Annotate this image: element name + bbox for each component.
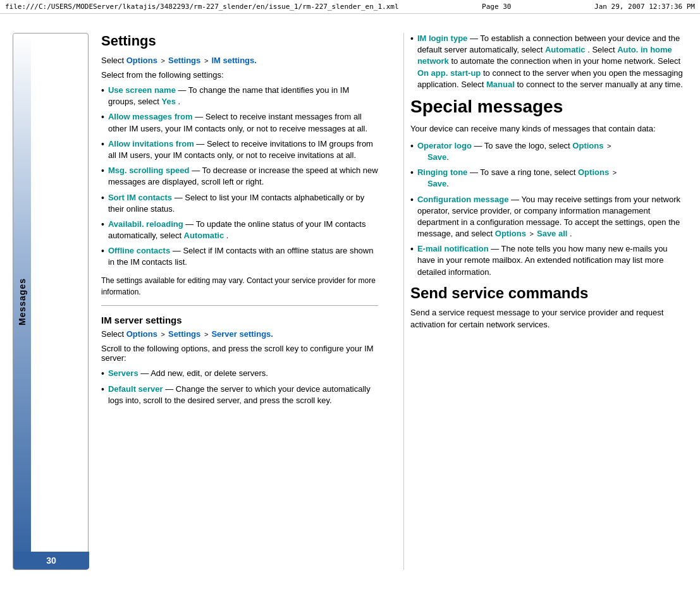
default-server-link: Default server: [108, 384, 163, 394]
availabil-reloading-link: Availabil. reloading: [108, 219, 183, 229]
options-link3: Options: [495, 229, 526, 238]
left-column: Settings Select Options > Settings > IM …: [101, 33, 384, 570]
list-item-offline-contacts: Offline contacts — Select if IM contacts…: [101, 245, 378, 268]
chevron3: >: [530, 230, 536, 238]
im-server-heading: IM server settings: [101, 315, 378, 325]
file-path: file:///C:/USERS/MODEServer/lkatajis/348…: [5, 3, 399, 11]
sidebar-text: Messages: [17, 278, 27, 325]
list-item-allow-invitations: Allow invitations from — Select to recei…: [101, 138, 378, 161]
use-screen-name-link: Use screen name: [108, 85, 176, 95]
list-item-im-login: IM login type — To establish a connectio…: [410, 33, 687, 90]
send-commands-text: Send a service request message to your s…: [410, 307, 687, 331]
automatic-link2: Automatic: [545, 45, 586, 54]
im-login-type-link: IM login type: [417, 33, 467, 43]
offline-contacts-link: Offline contacts: [108, 246, 170, 255]
save-all-link: Save all: [537, 229, 567, 238]
nav-prefix: Select: [101, 56, 126, 65]
server-nav-settings[interactable]: Settings: [168, 329, 200, 339]
page-number: 30: [46, 555, 56, 566]
content-area: Settings Select Options > Settings > IM …: [89, 33, 687, 570]
page-wrapper: Messages 30 Settings Select Options > Se…: [0, 14, 700, 583]
scrolling-speed-link: Msg. scrolling speed: [108, 166, 190, 175]
save-link1: Save.: [427, 152, 449, 162]
list-item-servers: Servers — Add new, edit, or delete serve…: [101, 368, 378, 380]
settings-heading: Settings: [101, 33, 378, 49]
sidebar-label: Messages: [13, 33, 31, 569]
special-bullet-list: Operator logo — To save the logo, select…: [410, 140, 687, 278]
nav-path-server: Select Options > Settings > Server setti…: [101, 329, 378, 339]
sort-im-contacts-link: Sort IM contacts: [108, 193, 172, 202]
nav-settings[interactable]: Settings: [168, 56, 200, 65]
list-item-default-server: Default server — Change the server to wh…: [101, 384, 378, 406]
server-intro: Scroll to the following options, and pre…: [101, 344, 378, 363]
intro-text: Select from the following settings:: [101, 70, 378, 80]
nav-options[interactable]: Options: [126, 56, 157, 65]
options-link2: Options: [578, 167, 609, 177]
allow-messages-link: Allow messages from: [108, 112, 193, 121]
special-intro: Your device can receive many kinds of me…: [410, 123, 687, 135]
list-item-email-notification: E-mail notification — The note tells you…: [410, 243, 687, 278]
timestamp: Jan 29, 2007 12:37:36 PM: [594, 3, 695, 11]
nav-path-settings: Select Options > Settings > IM settings.: [101, 56, 378, 65]
section-divider: [101, 305, 378, 306]
ringing-period: .: [446, 179, 449, 188]
top-bar: file:///C:/USERS/MODEServer/lkatajis/348…: [0, 0, 700, 14]
server-nav-options[interactable]: Options: [126, 329, 157, 339]
nav-arrow2: >: [204, 57, 210, 64]
chevron2: >: [613, 169, 617, 176]
allow-invitations-link: Allow invitations from: [108, 139, 194, 148]
list-item-scrolling-speed: Msg. scrolling speed — To decrease or in…: [101, 165, 378, 188]
im-login-list: IM login type — To establish a connectio…: [410, 33, 687, 90]
settings-bullet-list: Use screen name — To change the name tha…: [101, 85, 378, 269]
list-item-allow-messages: Allow messages from — Select to receive …: [101, 111, 378, 134]
email-notification-link: E-mail notification: [417, 244, 489, 253]
ringing-tone-text: — To save a ring tone, select: [470, 167, 578, 177]
send-commands-heading: Send service commands: [410, 284, 687, 302]
servers-link: Servers: [108, 368, 138, 378]
special-messages-heading: Special messages: [410, 97, 687, 117]
im-login-text2: . Select: [587, 45, 617, 54]
list-item-sort-im-contacts: Sort IM contacts — Select to list your I…: [101, 192, 378, 215]
server-nav-server-settings[interactable]: Server settings.: [211, 329, 273, 339]
chevron1: >: [607, 142, 611, 150]
operator-logo-text: — To save the logo, select: [474, 141, 572, 150]
page-number-box: 30: [13, 552, 89, 569]
servers-text: — Add new, edit, or delete servers.: [140, 368, 268, 378]
automatic-link: Automatic: [184, 231, 224, 240]
on-app-startup-link: On app. start-up: [417, 68, 481, 78]
list-item-availabil-reloading: Availabil. reloading — To update the onl…: [101, 219, 378, 241]
right-column: IM login type — To establish a connectio…: [403, 33, 687, 570]
sidebar: Messages 30: [13, 33, 89, 570]
server-nav-arrow2: >: [204, 330, 210, 338]
footer-text: The settings available for editing may v…: [101, 275, 378, 298]
save-link2: Save: [427, 179, 446, 188]
config-message-link: Configuration message: [417, 195, 508, 204]
nav-arrow1: >: [161, 57, 166, 64]
availabil-period: .: [226, 231, 229, 240]
nav-im-settings[interactable]: IM settings.: [211, 56, 257, 65]
server-bullet-list: Servers — Add new, edit, or delete serve…: [101, 368, 378, 407]
operator-logo-link: Operator logo: [417, 141, 472, 150]
server-nav-arrow1: >: [161, 330, 166, 338]
im-login-text3: to automate the connection when in your …: [451, 56, 680, 66]
list-item-ringing-tone: Ringing tone — To save a ring tone, sele…: [410, 167, 687, 190]
page-indicator: Page 30: [482, 3, 511, 11]
list-item-operator-logo: Operator logo — To save the logo, select…: [410, 140, 687, 163]
im-login-text5: to connect to the server manually at any…: [517, 80, 682, 89]
yes-link: Yes: [161, 97, 175, 106]
list-item-config-message: Configuration message — You may receive …: [410, 194, 687, 240]
config-period: .: [570, 229, 572, 238]
server-nav-prefix: Select: [101, 329, 126, 339]
options-link1: Options: [572, 141, 603, 150]
ringing-tone-link: Ringing tone: [417, 167, 467, 177]
use-screen-name-period: .: [178, 97, 181, 106]
manual-link: Manual: [486, 80, 515, 89]
list-item-use-screen-name: Use screen name — To change the name tha…: [101, 85, 378, 107]
